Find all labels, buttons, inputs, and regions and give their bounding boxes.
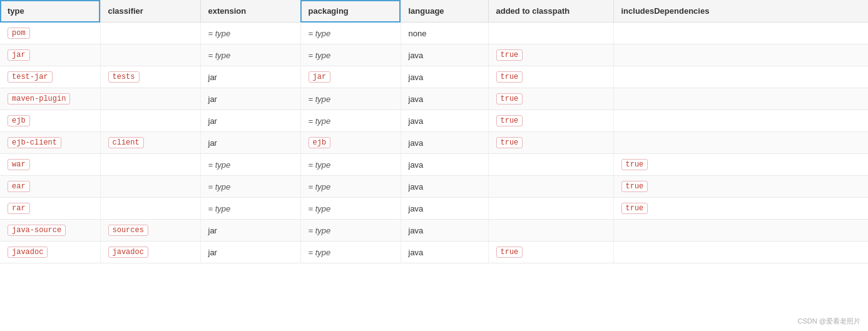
cell-language: none — [401, 23, 488, 44]
cell-extension: = type — [200, 198, 300, 220]
table-row: maven-pluginjar= typejavatrue — [0, 88, 868, 110]
cell-classpath-badge: true — [496, 49, 523, 61]
cell-includes — [613, 110, 868, 132]
cell-type-badge: ear — [8, 181, 30, 192]
cell-extension-value: jar — [208, 138, 217, 148]
cell-language: java — [401, 132, 488, 154]
cell-packaging: = type — [300, 23, 401, 44]
main-table: type classifier extension packaging lang… — [0, 0, 868, 263]
cell-language: java — [401, 110, 488, 132]
cell-extension-italic: = type — [208, 182, 231, 191]
cell-classpath: true — [488, 44, 613, 66]
cell-packaging: = type — [300, 44, 401, 66]
cell-language: java — [401, 44, 488, 66]
cell-packaging: = type — [300, 110, 401, 132]
cell-extension-value: jar — [208, 94, 217, 104]
cell-language-value: java — [409, 226, 424, 235]
cell-extension: jar — [200, 88, 300, 110]
cell-type-badge: maven-plugin — [8, 93, 70, 104]
cell-language: java — [401, 88, 488, 110]
cell-packaging-italic: = type — [309, 116, 331, 126]
cell-type-badge: jar — [8, 49, 30, 61]
cell-packaging: = type — [300, 198, 401, 220]
cell-classifier-badge: sources — [108, 225, 148, 236]
cell-packaging-italic: = type — [309, 160, 331, 170]
cell-packaging-italic: = type — [309, 248, 331, 257]
cell-extension: jar — [200, 110, 300, 132]
cell-language: java — [401, 220, 488, 242]
cell-language-value: java — [409, 116, 424, 126]
table-row: java-sourcesourcesjar= typejava — [0, 220, 868, 242]
cell-extension-value: jar — [208, 116, 217, 126]
cell-classifier: client — [100, 132, 200, 154]
cell-includes — [613, 88, 868, 110]
cell-extension-value: jar — [208, 73, 217, 82]
cell-classifier: tests — [100, 66, 200, 88]
table-row: test-jartestsjarjarjavatrue — [0, 66, 868, 88]
cell-classpath: true — [488, 66, 613, 88]
cell-extension: = type — [200, 44, 300, 66]
cell-language: java — [401, 154, 488, 176]
col-header-extension: extension — [200, 0, 300, 23]
cell-type: rar — [0, 198, 100, 220]
col-header-classpath: added to classpath — [488, 0, 613, 23]
cell-language-value: java — [409, 94, 424, 104]
cell-language-value: java — [409, 182, 424, 191]
cell-extension: jar — [200, 66, 300, 88]
cell-packaging-italic: = type — [309, 29, 331, 38]
cell-packaging-badge: ejb — [309, 137, 331, 148]
cell-packaging-italic: = type — [309, 226, 331, 235]
cell-classpath-badge: true — [496, 137, 523, 148]
cell-extension-italic: = type — [208, 204, 231, 213]
cell-language-value: java — [409, 160, 424, 170]
cell-classifier — [100, 44, 200, 66]
table-row: pom= type= typenone — [0, 23, 868, 44]
cell-classpath — [488, 23, 613, 44]
cell-includes: true — [613, 176, 868, 198]
cell-classpath-badge: true — [496, 71, 523, 83]
col-header-classifier: classifier — [100, 0, 200, 23]
cell-classifier — [100, 154, 200, 176]
cell-extension-italic: = type — [208, 160, 231, 170]
table-row: ear= type= typejavatrue — [0, 176, 868, 198]
cell-packaging: = type — [300, 220, 401, 242]
cell-type: maven-plugin — [0, 88, 100, 110]
cell-classpath-badge: true — [496, 93, 523, 104]
cell-type-badge: rar — [8, 203, 30, 214]
cell-classpath-badge: true — [496, 247, 523, 258]
cell-includes — [613, 23, 868, 44]
cell-includes — [613, 132, 868, 154]
cell-type: jar — [0, 44, 100, 66]
cell-type-badge: test-jar — [8, 71, 53, 83]
cell-classifier: sources — [100, 220, 200, 242]
cell-extension-italic: = type — [208, 29, 231, 38]
cell-classpath: true — [488, 88, 613, 110]
cell-classifier-badge: tests — [108, 71, 140, 83]
cell-type-badge: javadoc — [8, 247, 48, 258]
cell-language-value: java — [409, 138, 424, 148]
cell-classifier — [100, 88, 200, 110]
cell-classpath-badge: true — [496, 115, 523, 126]
cell-includes — [613, 44, 868, 66]
cell-language: java — [401, 176, 488, 198]
cell-type-badge: pom — [8, 28, 30, 39]
cell-packaging: = type — [300, 242, 401, 263]
table-header-row: type classifier extension packaging lang… — [0, 0, 868, 23]
cell-includes — [613, 242, 868, 263]
cell-extension: = type — [200, 176, 300, 198]
cell-language-value: java — [409, 248, 424, 257]
cell-classpath — [488, 198, 613, 220]
cell-type-badge: ejb-client — [8, 137, 61, 148]
cell-language: java — [401, 242, 488, 263]
cell-classifier — [100, 23, 200, 44]
col-header-language: language — [401, 0, 488, 23]
cell-language-value: java — [409, 51, 424, 60]
cell-packaging-italic: = type — [309, 94, 331, 104]
cell-classpath — [488, 154, 613, 176]
cell-packaging-italic: = type — [309, 204, 331, 213]
cell-type: ear — [0, 176, 100, 198]
cell-packaging: = type — [300, 176, 401, 198]
cell-classifier-badge: client — [108, 137, 144, 148]
cell-includes-badge: true — [621, 203, 648, 214]
cell-includes — [613, 220, 868, 242]
